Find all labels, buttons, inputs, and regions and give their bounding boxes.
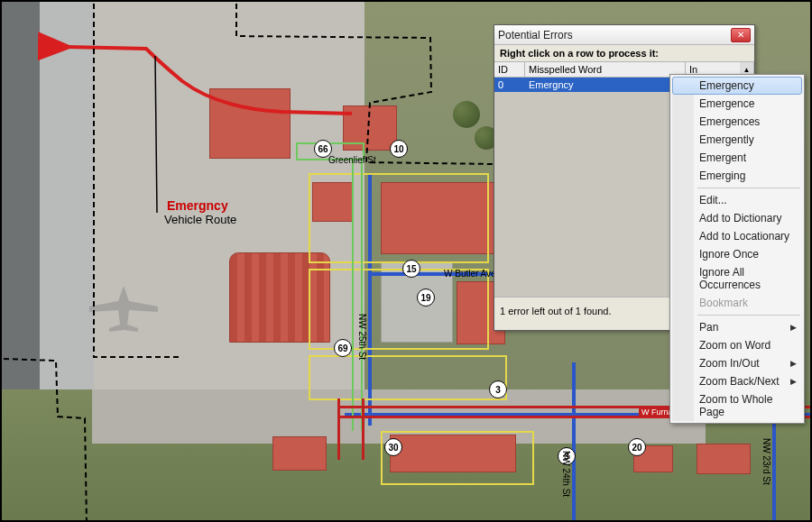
bldg-num: 20 xyxy=(628,438,646,456)
context-menu: Emergency Emergence Emergences Emergentl… xyxy=(669,74,805,424)
suggestion-emergences[interactable]: Emergences xyxy=(672,113,802,131)
runway xyxy=(2,2,40,389)
menu-label: Zoom In/Out xyxy=(699,357,760,370)
green-route xyxy=(352,160,363,431)
suggestion-emergently[interactable]: Emergently xyxy=(672,131,802,149)
bldg-num: 10 xyxy=(390,140,408,158)
route-sublabel: Vehicle Route xyxy=(164,213,236,226)
menu-add-locationary[interactable]: Add to Locationary xyxy=(672,227,802,245)
menu-ignore-once[interactable]: Ignore Once xyxy=(672,245,802,263)
menu-zoom-word[interactable]: Zoom on Word xyxy=(672,336,802,354)
bldg-num: 15 xyxy=(402,260,420,278)
suggestion-emerging[interactable]: Emerging xyxy=(672,167,802,185)
panel-title: Potential Errors xyxy=(498,29,731,41)
suggestion-emergent[interactable]: Emergent xyxy=(672,149,802,167)
street-label: Greenlief St xyxy=(328,155,376,165)
bldg xyxy=(272,436,327,471)
bldg xyxy=(209,88,291,159)
chevron-right-icon: ▶ xyxy=(790,377,797,386)
close-icon: ✕ xyxy=(737,30,744,40)
bldg xyxy=(697,444,751,474)
chevron-right-icon: ▶ xyxy=(790,359,797,368)
panel-titlebar[interactable]: Potential Errors ✕ xyxy=(494,25,754,45)
menu-separator xyxy=(697,188,800,188)
block-outline xyxy=(309,355,507,400)
status-text: 1 error left out of 1 found. xyxy=(500,306,612,316)
street-label: NW 23rd St xyxy=(761,438,771,485)
block-outline xyxy=(309,269,489,350)
street-label: NW 24th St xyxy=(561,451,571,497)
street-label: W Butler Ave xyxy=(444,269,496,279)
close-button[interactable]: ✕ xyxy=(731,28,751,42)
menu-separator xyxy=(697,315,800,316)
col-word[interactable]: Misspelled Word xyxy=(525,62,686,77)
menu-label: Zoom Back/Next xyxy=(699,375,780,388)
suggestion-emergency[interactable]: Emergency xyxy=(672,77,802,95)
bldg-num: 69 xyxy=(334,339,352,357)
menu-pan[interactable]: Pan▶ xyxy=(672,318,802,336)
taxiway xyxy=(40,2,94,389)
tree xyxy=(453,101,480,128)
menu-zoom-whole[interactable]: Zoom to Whole Page xyxy=(672,390,802,421)
menu-edit[interactable]: Edit... xyxy=(672,191,802,209)
panel-hint: Right click on a row to process it: xyxy=(494,45,754,61)
block-outline xyxy=(381,431,534,485)
cell-word: Emergncy xyxy=(525,78,686,92)
menu-bookmark: Bookmark xyxy=(672,294,802,312)
col-id[interactable]: ID xyxy=(494,62,525,77)
furnas-connector xyxy=(337,398,364,460)
bldg-num: 30 xyxy=(384,438,402,456)
menu-label: Pan xyxy=(699,321,718,334)
bldg-num: 3 xyxy=(489,380,507,398)
menu-add-dictionary[interactable]: Add to Dictionary xyxy=(672,209,802,227)
block-outline xyxy=(309,173,489,263)
road-nw24 xyxy=(572,362,576,522)
suggestion-emergence[interactable]: Emergence xyxy=(672,95,802,113)
street-label: NW 25th St xyxy=(357,314,367,360)
menu-zoom-backnext[interactable]: Zoom Back/Next▶ xyxy=(672,372,802,390)
misspelled-label: Emergncy xyxy=(167,198,228,213)
menu-zoom-inout[interactable]: Zoom In/Out▶ xyxy=(672,354,802,372)
bldg-num: 19 xyxy=(417,288,435,307)
aircraft-silhouette xyxy=(88,281,160,335)
cell-id: 0 xyxy=(494,78,525,92)
chevron-right-icon: ▶ xyxy=(790,323,797,332)
menu-ignore-all[interactable]: Ignore All Occurrences xyxy=(672,263,802,294)
